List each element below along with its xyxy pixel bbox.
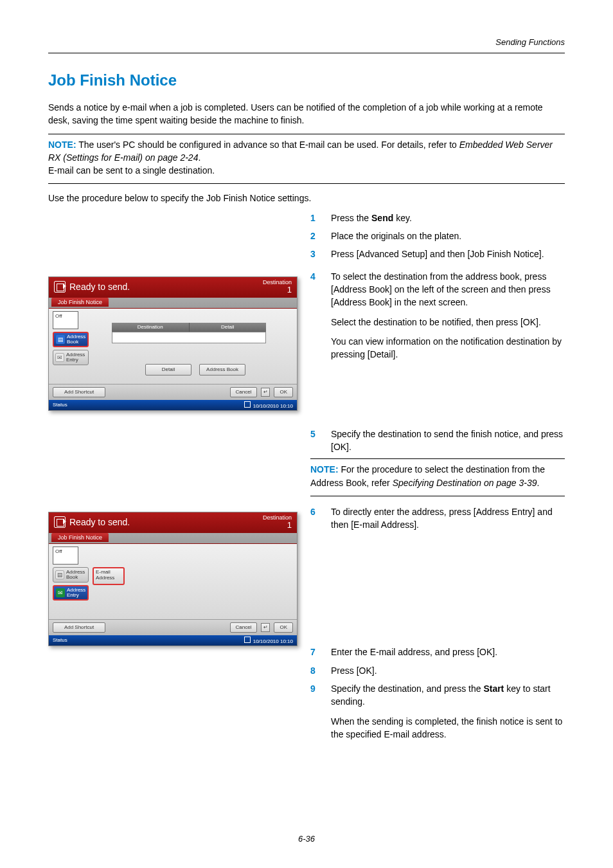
page-number: 6-36 [0, 834, 613, 844]
step-text: Specify the destination, and press the [331, 683, 483, 694]
step-text: Place the originals on the platen. [331, 230, 461, 242]
cancel-button[interactable]: Cancel [230, 622, 258, 633]
status-datetime: 10/10/2010 10:10 [253, 638, 293, 644]
destination-count: Destination 1 [263, 515, 292, 529]
note-2: NOTE: For the procedure to select the de… [310, 463, 565, 489]
add-shortcut-button[interactable]: Add Shortcut [53, 387, 105, 397]
add-shortcut-button[interactable]: Add Shortcut [53, 622, 105, 633]
note-line2: E-mail can be sent to a single destinati… [48, 165, 215, 176]
step-bold: Start [483, 683, 504, 694]
note2-rule-top [310, 458, 565, 459]
step-text: Press [OK]. [331, 664, 377, 677]
note2-rule-bottom [310, 496, 565, 496]
step-8: 8 Press [OK]. [310, 664, 565, 677]
tab-row: Job Finish Notice [49, 298, 297, 308]
step-number: 2 [310, 230, 319, 242]
address-entry-button[interactable]: ✉ Address Entry [53, 350, 89, 365]
address-book-button[interactable]: ▤ Address Book [53, 332, 89, 347]
step-number: 1 [310, 212, 319, 224]
dest-count-value: 1 [263, 285, 292, 294]
step-1: 1 Press the Send key. [310, 212, 565, 224]
address-entry-button[interactable]: ✉ Address Entry [53, 585, 89, 601]
note-text: The user's PC should be configured in ad… [76, 140, 459, 150]
panel-titlebar: Ready to send. Destination 1 [49, 277, 297, 298]
address-book-icon: ▤ [56, 335, 65, 344]
step-text: Enter the E-mail address, and press [OK]… [331, 646, 497, 658]
screenshot-panel-1: Ready to send. Destination 1 Job Finish … [48, 276, 298, 411]
btn-label: Address Entry [66, 352, 85, 363]
tab-job-finish[interactable]: Job Finish Notice [51, 298, 109, 307]
copies-icon [244, 401, 251, 408]
step-5: 5 Specify the destination to send the fi… [310, 428, 565, 454]
btn-label: Address Entry [67, 588, 85, 598]
step-number: 9 [310, 682, 319, 747]
note-label: NOTE: [48, 140, 76, 150]
tab-job-finish[interactable]: Job Finish Notice [51, 533, 109, 542]
intro-paragraph: Sends a notice by e-mail when a job is c… [48, 101, 565, 127]
panel-titlebar: Ready to send. Destination 1 [49, 512, 297, 533]
dest-table-row [112, 332, 266, 343]
off-indicator: Off [53, 547, 78, 565]
address-book-popup-button[interactable]: Address Book [199, 364, 245, 375]
note-1: NOTE: The user's PC should be configured… [48, 138, 565, 177]
header-rule [48, 53, 565, 53]
step-3: 3 Press [Advanced Setup] and then [Job F… [310, 248, 565, 260]
destination-count: Destination 1 [263, 280, 292, 294]
btn-label: Address Book [66, 570, 85, 580]
step-text: Specify the destination to send the fini… [331, 428, 565, 454]
panel-footer: Add Shortcut Cancel ↵ OK [49, 619, 297, 635]
step-number: 7 [310, 646, 319, 658]
step-9: 9 Specify the destination, and press the… [310, 682, 565, 747]
step-number: 6 [310, 505, 319, 532]
return-icon[interactable]: ↵ [261, 388, 270, 397]
status-bar: Status 10/10/2010 10:10 [49, 400, 297, 410]
panel-body: Off ▤ Address Book ✉ Address Entry E-mai… [49, 543, 297, 619]
lead-paragraph: Use the procedure below to specify the J… [48, 192, 565, 204]
step-7: 7 Enter the E-mail address, and press [O… [310, 646, 565, 658]
step-text-post: key. [393, 213, 412, 223]
step-text: Press the [331, 213, 371, 223]
step-text: When the sending is completed, the finis… [331, 715, 565, 741]
step-4: 4 To select the destination from the add… [310, 270, 565, 368]
step-bold: Send [371, 213, 393, 223]
col-detail: Detail [190, 323, 267, 332]
col-destination: Destination [112, 323, 190, 332]
step-number: 3 [310, 248, 319, 260]
step-number: 8 [310, 664, 319, 677]
panel-title-text: Ready to send. [69, 282, 130, 292]
send-icon [54, 516, 66, 528]
status-bar: Status 10/10/2010 10:10 [49, 635, 297, 646]
ok-button[interactable]: OK [274, 622, 293, 633]
status-label[interactable]: Status [53, 402, 67, 408]
panel-body: Off ▤ Address Book ✉ Address Entry Desti… [49, 308, 297, 384]
off-indicator: Off [53, 311, 78, 329]
section-header: Sending Functions [495, 37, 565, 47]
note-ref: Specifying Destination on page 3-39 [393, 478, 537, 488]
step-text: Press [Advanced Setup] and then [Job Fin… [331, 248, 544, 260]
ok-button[interactable]: OK [274, 387, 293, 397]
step-6: 6 To directly enter the address, press [… [310, 505, 565, 532]
status-datetime: 10/10/2010 10:10 [253, 403, 293, 409]
dest-table-header: Destination Detail [112, 323, 266, 332]
detail-button[interactable]: Detail [145, 364, 191, 375]
email-address-button[interactable]: E-mail Address [93, 567, 125, 585]
return-icon[interactable]: ↵ [261, 623, 270, 632]
step-text: You can view information on the notifica… [331, 335, 565, 361]
cancel-button[interactable]: Cancel [230, 387, 258, 397]
btn-label: Address Book [67, 334, 85, 345]
note-text-end: . [198, 152, 200, 163]
status-label[interactable]: Status [53, 637, 67, 643]
step-number: 5 [310, 428, 319, 454]
mail-icon: ✉ [55, 353, 64, 362]
send-icon [54, 281, 66, 293]
dest-count-value: 1 [263, 521, 292, 529]
address-book-button[interactable]: ▤ Address Book [53, 567, 89, 583]
panel-title-text: Ready to send. [69, 517, 130, 527]
step-number: 4 [310, 270, 319, 368]
tab-row: Job Finish Notice [49, 533, 297, 543]
mail-icon: ✉ [56, 588, 65, 597]
step-text: To directly enter the address, press [Ad… [331, 505, 565, 532]
note-rule-top [48, 134, 565, 134]
step-2: 2 Place the originals on the platen. [310, 230, 565, 242]
step-text: Select the destination to be notified, t… [331, 316, 565, 329]
